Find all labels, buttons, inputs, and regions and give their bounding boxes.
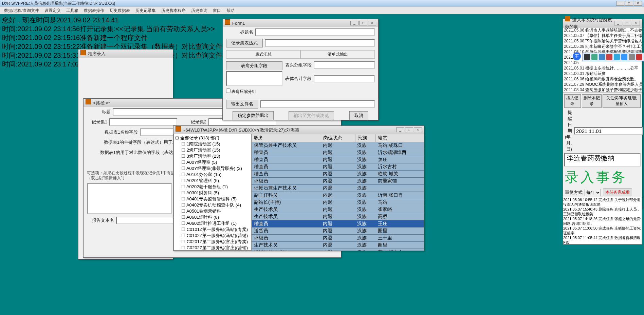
input-report[interactable] bbox=[116, 217, 177, 224]
tree-node[interactable]: A0201管理科 (5) bbox=[175, 178, 250, 184]
outfile-button[interactable]: 输出文件名 bbox=[226, 100, 258, 109]
tree-node[interactable]: 1南院活动室 (15) bbox=[175, 141, 250, 147]
reminder-row[interactable]: 2021.05.08 问李新峰还来签字否？+打印工资 bbox=[563, 44, 642, 49]
table-row[interactable]: 稽查员内退汉族泉庄 bbox=[252, 156, 424, 163]
tab-clearout[interactable]: 清单式输出 bbox=[300, 50, 375, 59]
tree-node[interactable]: 2烤厂活动室 (15) bbox=[175, 147, 250, 153]
table-row[interactable]: 评级员内退汉族三十里 bbox=[252, 235, 424, 242]
input-headgroup[interactable] bbox=[314, 61, 375, 69]
menu-item[interactable]: 历史脚本程序 bbox=[159, 8, 188, 13]
cloud-icon[interactable] bbox=[614, 54, 620, 60]
menu-item[interactable]: 历史查询 bbox=[188, 8, 210, 13]
input-titlename[interactable] bbox=[255, 28, 375, 36]
close-icon[interactable]: × bbox=[632, 21, 640, 25]
compress-checkbox[interactable] bbox=[226, 88, 231, 93]
colgroup-button[interactable]: 表肩分组字段 bbox=[226, 61, 282, 70]
maximize-icon[interactable]: □ bbox=[625, 1, 633, 6]
maximize-icon[interactable]: □ bbox=[405, 127, 413, 132]
reminder-row[interactable]: 2021.07.29 MOOC系统删除李良等内退人员 bbox=[563, 82, 642, 87]
table-row[interactable]: 记帐员兼技术员内退汉族莒县.棋山乡 bbox=[252, 249, 424, 251]
menu-item[interactable]: 帮助 bbox=[224, 8, 237, 13]
table-row[interactable]: 稽查员内退汉族临朐.城关 bbox=[252, 171, 424, 178]
menu-item[interactable]: 历史记录集 bbox=[133, 8, 159, 13]
input-rsexpr[interactable] bbox=[265, 39, 375, 47]
col-header[interactable]: 民族 bbox=[355, 134, 375, 142]
reminder-row[interactable]: 2021.06.01 考勤活跃度 bbox=[563, 71, 642, 76]
input-outfile[interactable] bbox=[260, 100, 375, 108]
tree-node[interactable]: A0301财务科 (5) bbox=[175, 190, 250, 196]
reminder-row[interactable]: 2021.06.06 给杨风鸣恢复养老金预发数。 bbox=[563, 76, 642, 82]
menu-item[interactable]: 设置定义 bbox=[42, 8, 63, 13]
table-row[interactable]: 生产技术员内退汉族崔家峪 bbox=[252, 206, 424, 213]
menu-item[interactable]: 工具箱 bbox=[63, 8, 81, 13]
tree-panel[interactable]: 全部记录 (318):部门1南院活动室 (15)2烤厂活动室 (15)3烤厂活动… bbox=[173, 134, 252, 251]
repeat-select[interactable]: 每年 bbox=[585, 189, 601, 196]
close-icon[interactable]: × bbox=[368, 21, 376, 25]
tree-node[interactable]: A0501卷烟营销科 bbox=[175, 208, 250, 214]
tree-node[interactable]: A00Y经理室 (5) bbox=[175, 159, 250, 165]
reminder-row[interactable]: 2021.05.07 【华信】挑单主任关于员工补缴19 bbox=[563, 33, 642, 38]
tree-node[interactable]: C0202Z第二服务站(官庄)(营销) bbox=[175, 245, 250, 251]
tree-node[interactable]: A0401专卖监督管理科 (5) bbox=[175, 196, 250, 202]
minimize-icon[interactable]: _ bbox=[350, 21, 358, 25]
tree-node[interactable]: A00Y经理室(非领导职务) (2) bbox=[175, 165, 250, 172]
reminder-row[interactable]: 2021.05.06 临沂市人事调解培训班，不去参加 bbox=[563, 27, 642, 33]
table-row[interactable]: 稽查员内退汉族沂水镇湖埠西 bbox=[252, 149, 424, 156]
input-rs1[interactable] bbox=[109, 118, 177, 126]
tab-summary[interactable]: 表式汇总 bbox=[226, 50, 300, 59]
table-row[interactable]: 稽查员内退汉族王庄 bbox=[252, 220, 424, 228]
data-grid[interactable]: 职务岗位状态民族籍贯保管员兼生产技术员内退汉族马站.杨珠口稽查员内退汉族沂水镇湖… bbox=[252, 134, 424, 251]
reminder-row[interactable]: 2021.08.04 查阅应缴加独子费和应减少独子费 bbox=[563, 87, 642, 93]
maximize-icon[interactable]: □ bbox=[359, 21, 367, 25]
person-icon[interactable] bbox=[629, 54, 635, 60]
menu-item[interactable]: 数据表操作 bbox=[81, 8, 107, 13]
scissors-icon[interactable] bbox=[606, 54, 612, 60]
menu-item[interactable]: 数据/过程/查询文件 bbox=[1, 8, 42, 13]
close-icon[interactable]: × bbox=[414, 127, 422, 132]
table-row[interactable]: 记帐员兼生产技术员内退汉族 bbox=[252, 185, 424, 192]
batch-button[interactable]: 关注词/事务组/批量插入 bbox=[603, 94, 641, 108]
reminder-row[interactable]: 2021.05.08 下午报陈治昊关于营销师报名人员 bbox=[563, 38, 642, 44]
menu-item[interactable]: 历史数据表 bbox=[107, 8, 133, 13]
textarea-path[interactable] bbox=[87, 183, 172, 214]
tree-node[interactable]: A0402专卖机动稽查中队 (4) bbox=[175, 202, 250, 208]
colgroup-text[interactable] bbox=[226, 71, 282, 86]
table-row[interactable]: 稽查员内退汉族沂水古村 bbox=[252, 163, 424, 171]
col-header[interactable]: 职务 bbox=[252, 134, 321, 142]
input-date[interactable] bbox=[574, 127, 643, 135]
cancel-button[interactable]: 取消 bbox=[349, 111, 368, 120]
table-row[interactable]: 生产技术员内退汉族高桥 bbox=[252, 213, 424, 220]
circle-icon[interactable] bbox=[591, 54, 597, 60]
user-badge-icon[interactable]: 王 bbox=[573, 52, 581, 60]
tree-node[interactable]: 3烤厂活动室 (23) bbox=[175, 153, 250, 159]
ins-rec-button[interactable]: 插入记录 bbox=[564, 94, 581, 108]
table-row[interactable]: 送货员内退汉族圈里 bbox=[252, 228, 424, 235]
record-event-button[interactable]: 录入事务 bbox=[565, 166, 640, 188]
table-row[interactable]: 生产技术员内退汉族圈里 bbox=[252, 242, 424, 249]
ok-button[interactable]: 确定参数并退出 bbox=[233, 111, 274, 120]
tree-node[interactable]: C0101Z第一服务站(马站)(专卖) bbox=[175, 227, 250, 233]
tree-root[interactable]: 全部记录 (318):部门 bbox=[175, 135, 250, 141]
done-button[interactable]: 本任务完成啦 bbox=[603, 189, 632, 196]
maximize-icon[interactable]: □ bbox=[623, 21, 631, 25]
minimize-icon[interactable]: _ bbox=[614, 21, 622, 25]
col-header[interactable]: 籍贯 bbox=[376, 134, 424, 142]
rsexpr-button[interactable]: 记录集表达式 bbox=[226, 39, 263, 47]
reminder-row[interactable]: 2021.06.01 根据山东省统计…………公平 bbox=[563, 65, 642, 71]
table-row[interactable]: 保管员兼生产技术员内退汉族马站.杨珠口 bbox=[252, 142, 424, 149]
tree-node[interactable]: A0101办公室 (15) bbox=[175, 172, 250, 178]
tree-node[interactable]: A0202老干服务组 (1) bbox=[175, 184, 250, 190]
tree-node[interactable]: A0602烟叶推进工作组 (1) bbox=[175, 220, 250, 227]
minimize-icon[interactable]: _ bbox=[616, 1, 624, 6]
del-rec-button[interactable]: 删除本记录 bbox=[582, 94, 602, 108]
close-icon[interactable]: × bbox=[634, 1, 642, 6]
pen-icon[interactable] bbox=[599, 54, 605, 60]
tree-node[interactable]: C0102Z第一服务站(马站)(营销) bbox=[175, 233, 250, 239]
char-icon[interactable] bbox=[584, 54, 590, 60]
tree-node[interactable]: C0201Z第二服务站(官庄)(专卖) bbox=[175, 239, 250, 245]
download-icon[interactable] bbox=[621, 54, 627, 60]
minimize-icon[interactable]: _ bbox=[396, 127, 404, 132]
col-header[interactable]: 岗位状态 bbox=[321, 134, 355, 142]
table-row[interactable]: 副主任科员内退汉族沂南.张口肖 bbox=[252, 192, 424, 199]
tree-node[interactable]: A0601烟叶科 (8) bbox=[175, 214, 250, 220]
